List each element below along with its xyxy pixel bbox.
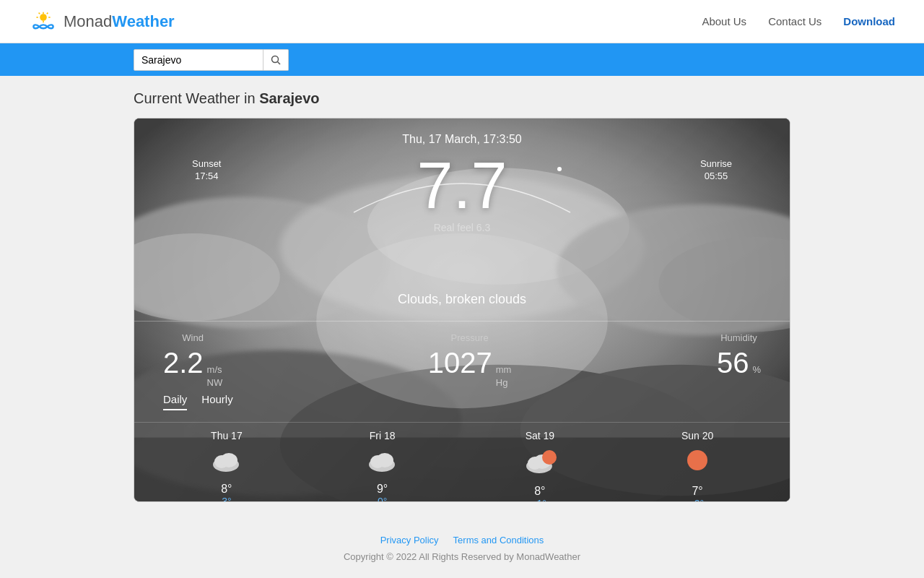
- city-name: Sarajevo: [259, 90, 319, 106]
- weather-stats: Wind 2.2 m/s NW Pressure 1027: [134, 321, 790, 400]
- humidity-value: 56: [717, 347, 749, 379]
- svg-line-8: [278, 61, 281, 64]
- nav-about[interactable]: About Us: [702, 15, 746, 27]
- forecast-tabs: Daily Hourly: [163, 393, 233, 410]
- tab-daily[interactable]: Daily: [163, 393, 187, 410]
- forecast-day-2: Sat 19 8° -1°: [522, 430, 558, 501]
- sunset-label: Sunset: [192, 158, 221, 169]
- main-content: Current Weather in Sarajevo: [0, 76, 924, 517]
- terms-link[interactable]: Terms and Conditions: [453, 535, 544, 545]
- sun-arc: [354, 155, 570, 220]
- weather-background: Thu, 17 March, 17:3:50 Sunset 17:54 Sunr…: [134, 118, 790, 501]
- humidity-unit: %: [752, 363, 761, 376]
- forecast-day-3: Sun 20 7° -2°: [681, 430, 714, 501]
- datetime: Thu, 17 March, 17:3:50: [163, 133, 761, 146]
- page-title: Current Weather in Sarajevo: [134, 90, 790, 107]
- forecast-icon-3: [681, 447, 714, 481]
- nav-download[interactable]: Download: [843, 15, 895, 27]
- privacy-policy-link[interactable]: Privacy Policy: [380, 535, 439, 545]
- forecast-icon-0: [210, 447, 243, 479]
- footer: Privacy Policy Terms and Conditions Copy…: [0, 517, 924, 578]
- svg-point-32: [687, 450, 707, 470]
- sunset-info: Sunset 17:54: [192, 158, 221, 181]
- daily-forecast: Thu 17 8° 3° Fri 18: [134, 422, 790, 501]
- pressure-value: 1027: [428, 347, 492, 379]
- nav-contact[interactable]: Contact Us: [768, 15, 821, 27]
- pressure-value-group: 1027 mm Hg: [428, 347, 512, 389]
- search-bar: [0, 43, 924, 76]
- svg-point-27: [376, 453, 393, 467]
- search-icon: [271, 55, 281, 65]
- humidity-value-group: 56 %: [717, 347, 761, 379]
- wind-unit: m/s NW: [207, 363, 223, 389]
- wind-value: 2.2: [163, 347, 204, 379]
- sunrise-info: Sunrise 05:55: [700, 158, 732, 181]
- copyright: Copyright © 2022 All Rights Reserved by …: [18, 551, 906, 562]
- wind-label: Wind: [163, 332, 222, 343]
- svg-point-24: [220, 453, 237, 467]
- weather-description: Clouds, broken clouds: [134, 292, 790, 307]
- sunrise-time: 05:55: [700, 171, 732, 181]
- logo-icon: [29, 11, 58, 33]
- svg-point-0: [40, 14, 47, 21]
- svg-line-6: [47, 12, 48, 14]
- weather-card: Thu, 17 March, 17:3:50 Sunset 17:54 Sunr…: [134, 118, 790, 502]
- pressure-stat: Pressure 1027 mm Hg: [428, 332, 512, 389]
- sunset-time: 17:54: [192, 171, 221, 181]
- footer-links: Privacy Policy Terms and Conditions: [18, 535, 906, 545]
- weather-top: Thu, 17 March, 17:3:50 Sunset 17:54 Sunr…: [134, 118, 790, 248]
- search-input[interactable]: [134, 49, 263, 71]
- svg-line-5: [39, 12, 40, 14]
- title-prefix: Current Weather in: [134, 90, 259, 106]
- svg-point-21: [557, 167, 562, 171]
- humidity-label: Humidity: [717, 332, 761, 343]
- sunrise-label: Sunrise: [700, 158, 732, 169]
- search-button[interactable]: [263, 49, 289, 71]
- header: MonadWeather About Us Contact Us Downloa…: [0, 0, 924, 43]
- svg-point-31: [542, 450, 557, 465]
- logo-monad: Monad: [64, 12, 112, 30]
- forecast-day-0: Thu 17 8° 3°: [210, 430, 243, 501]
- tab-hourly[interactable]: Hourly: [201, 393, 232, 410]
- forecast-icon-2: [522, 447, 558, 481]
- svg-point-7: [272, 56, 279, 62]
- forecast-day-1: Fri 18 9° 0°: [366, 430, 398, 501]
- logo-text: MonadWeather: [64, 12, 175, 31]
- logo-weather: Weather: [112, 12, 174, 30]
- pressure-unit: mm Hg: [496, 363, 512, 389]
- navigation: About Us Contact Us Download: [702, 15, 895, 27]
- forecast-icon-1: [366, 447, 398, 479]
- pressure-label: Pressure: [428, 332, 512, 343]
- wind-stat: Wind 2.2 m/s NW: [163, 332, 222, 389]
- wind-value-group: 2.2 m/s NW: [163, 347, 222, 389]
- real-feel: Real feel 6.3: [163, 222, 761, 233]
- logo: MonadWeather: [29, 11, 175, 33]
- humidity-stat: Humidity 56 %: [717, 332, 761, 389]
